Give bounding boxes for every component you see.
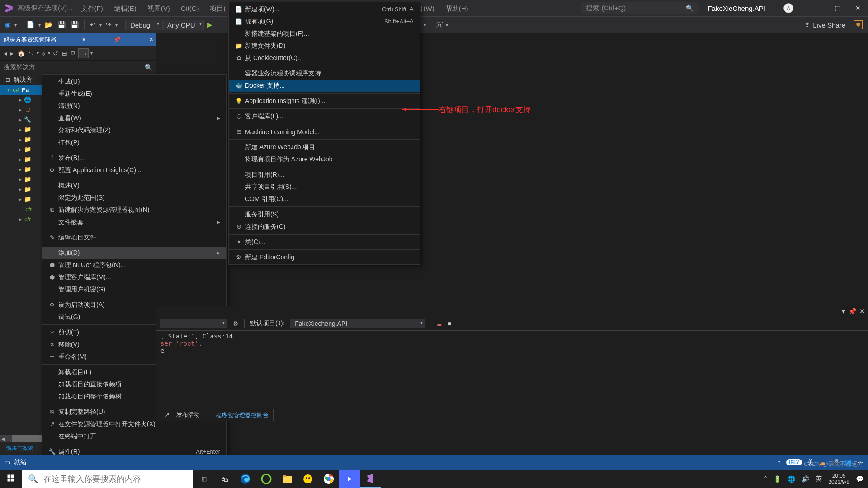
save-options-label[interactable]: 高级保存选项(V)... bbox=[17, 4, 73, 13]
solex-sync-icon[interactable]: ⟐ bbox=[41, 50, 46, 57]
menu-item[interactable]: 项目引用(R)... bbox=[229, 169, 420, 181]
package-source-dropdown[interactable] bbox=[160, 319, 227, 328]
taskbar-app-media[interactable] bbox=[339, 470, 360, 488]
solex-copy-icon[interactable]: ⧉ bbox=[70, 49, 76, 57]
panel-dropdown-icon[interactable]: ▾ bbox=[80, 36, 88, 43]
tab-pmc[interactable]: 程序包管理器控制台 bbox=[211, 409, 274, 421]
menu-item[interactable]: 打包(P) bbox=[42, 136, 226, 149]
menu-item[interactable]: 添加(D)▶ bbox=[42, 247, 226, 259]
tab-solex[interactable]: 解决方案资 bbox=[3, 443, 37, 454]
menu-item[interactable]: ⬢管理 NuGet 程序包(N)... bbox=[42, 259, 226, 271]
solex-search[interactable]: 搜索解决方🔍 bbox=[0, 61, 156, 74]
solex-home-icon[interactable]: 🏠 bbox=[16, 50, 26, 57]
tray-wifi-icon[interactable]: 🌐 bbox=[788, 475, 795, 483]
panel-dropdown-icon[interactable]: ▾ bbox=[842, 307, 845, 315]
flask-icon[interactable]: ℋ bbox=[434, 19, 444, 30]
menu-edit[interactable]: 编辑(E) bbox=[109, 0, 141, 17]
windows-search[interactable]: 🔍在这里输入你要搜索的内容 bbox=[22, 470, 193, 488]
menu-item[interactable]: ✿从 Cookiecutter(C)... bbox=[229, 52, 420, 64]
solex-refresh-icon[interactable]: ↺ bbox=[52, 50, 59, 57]
menu-item[interactable]: 生成(U) bbox=[42, 75, 226, 88]
menu-item[interactable]: 分析和代码清理(Z) bbox=[42, 124, 226, 136]
menu-git[interactable]: Git(G) bbox=[176, 0, 204, 17]
menu-item[interactable]: ✦类(C)... bbox=[229, 236, 420, 248]
tray-chevron-icon[interactable]: ˄ bbox=[764, 475, 767, 483]
panel-close-icon[interactable]: ✕ bbox=[146, 36, 156, 43]
menu-item[interactable]: 服务引用(S)... bbox=[229, 208, 420, 221]
status-up-icon[interactable]: ↑ bbox=[778, 459, 781, 466]
tray-ime[interactable]: 英 bbox=[816, 475, 822, 483]
close-button[interactable]: ✕ bbox=[848, 4, 868, 12]
menu-file[interactable]: 文件(F) bbox=[76, 0, 108, 17]
menu-item[interactable]: ⬡客户端库(L)... bbox=[229, 110, 420, 122]
menu-item[interactable]: 管理用户机密(G) bbox=[42, 283, 226, 296]
undo-button[interactable]: ↶ bbox=[88, 19, 98, 30]
taskbar-app-store[interactable]: 🛍 bbox=[214, 470, 235, 488]
minimize-button[interactable]: — bbox=[807, 5, 827, 12]
menu-help[interactable]: 帮助(H) bbox=[441, 0, 473, 17]
ifly-icon[interactable]: iFLY bbox=[786, 459, 802, 465]
menu-item[interactable]: 新建 Azure WebJob 项目 bbox=[229, 141, 420, 153]
menu-item[interactable]: 📄新建项(W)...Ctrl+Shift+A bbox=[229, 3, 420, 15]
run-button[interactable]: ▶ bbox=[205, 19, 215, 30]
stop-icon[interactable]: ■ bbox=[448, 320, 451, 327]
tab-publish[interactable]: ↗ 发布活动 bbox=[160, 408, 210, 421]
global-search[interactable]: 搜索 (Ctrl+Q)🔍 bbox=[581, 2, 698, 14]
menu-item[interactable]: 🐳Docker 支持... bbox=[229, 80, 420, 92]
save-all-button[interactable]: 💾 bbox=[69, 19, 81, 30]
menu-item[interactable]: 📄现有项(G)...Shift+Alt+A bbox=[229, 15, 420, 28]
menu-item[interactable]: 新搭建基架的项目(F)... bbox=[229, 28, 420, 40]
tray-battery-icon[interactable]: 🔋 bbox=[774, 475, 781, 483]
menu-item[interactable]: ⊞Machine Learning Model... bbox=[229, 126, 420, 138]
menu-item[interactable]: ⚙新建 EditorConfig bbox=[229, 251, 420, 263]
menu-item[interactable]: 容器业务流程协调程序支持... bbox=[229, 67, 420, 80]
solex-back-icon[interactable]: ◂ bbox=[3, 50, 8, 57]
menu-item[interactable]: ⬢管理客户端库(M)... bbox=[42, 271, 226, 283]
solex-switch-icon[interactable]: ⇋ bbox=[28, 50, 35, 57]
menu-item[interactable]: 📁新建文件夹(D) bbox=[229, 40, 420, 52]
tray-clock[interactable]: 20:052021/9/8 bbox=[828, 473, 849, 485]
config-dropdown[interactable]: Debug bbox=[125, 20, 161, 30]
task-view-icon[interactable]: ⊞ bbox=[193, 470, 214, 488]
menu-item[interactable]: ⤴发布(B)... bbox=[42, 152, 226, 164]
menu-project[interactable]: 项目( bbox=[205, 0, 230, 17]
open-button[interactable]: 📂 bbox=[42, 19, 55, 30]
menu-item[interactable]: ⊕连接的服务(C) bbox=[229, 221, 420, 233]
taskbar-app-edge[interactable] bbox=[235, 470, 256, 488]
taskbar-app-yellow[interactable] bbox=[297, 470, 318, 488]
platform-dropdown[interactable]: Any CPU bbox=[162, 20, 204, 30]
user-avatar[interactable]: A bbox=[783, 3, 793, 13]
redo-button[interactable]: ↷ bbox=[104, 19, 113, 30]
clear-icon[interactable]: ≣ bbox=[437, 320, 442, 327]
menu-item[interactable]: COM 引用(C)... bbox=[229, 193, 420, 205]
menu-item[interactable]: 概述(V) bbox=[42, 179, 226, 192]
menu-item[interactable]: 重新生成(E) bbox=[42, 88, 226, 100]
taskbar-app-chrome[interactable] bbox=[318, 470, 339, 488]
new-file-button[interactable]: 📄 bbox=[24, 19, 37, 30]
tray-notifications-icon[interactable]: 💬 bbox=[856, 475, 863, 483]
taskbar-app-explorer[interactable] bbox=[277, 470, 297, 488]
menu-view[interactable]: 视图(V) bbox=[143, 0, 175, 17]
maximize-button[interactable]: ▢ bbox=[827, 4, 848, 12]
status-output-icon[interactable]: ▭ bbox=[5, 459, 10, 466]
save-button[interactable]: 💾 bbox=[56, 19, 68, 30]
back-button[interactable]: ◉ bbox=[3, 19, 13, 30]
menu-item[interactable]: 将现有项目作为 Azure WebJob bbox=[229, 153, 420, 165]
menu-item[interactable]: 💡Application Insights 遥测(I)... bbox=[229, 95, 420, 107]
start-button[interactable] bbox=[0, 474, 22, 484]
panel-pin-icon[interactable]: 📌 bbox=[111, 36, 123, 43]
panel-pin-icon[interactable]: 📌 bbox=[848, 307, 857, 315]
tray-volume-icon[interactable]: 🔊 bbox=[802, 475, 809, 483]
menu-item[interactable]: 清理(N) bbox=[42, 100, 226, 112]
menu-item[interactable]: 查看(W)▶ bbox=[42, 112, 226, 124]
solex-fwd-icon[interactable]: ▸ bbox=[9, 50, 14, 57]
solex-collapse-icon[interactable]: ⊟ bbox=[61, 50, 68, 57]
taskbar-app-green[interactable] bbox=[256, 470, 277, 488]
menu-item[interactable]: ⚙配置 Application Insights(C)... bbox=[42, 164, 226, 176]
gear-icon[interactable]: ⚙ bbox=[233, 320, 239, 327]
menu-item[interactable]: 限定为此范围(S) bbox=[42, 192, 226, 204]
live-share[interactable]: ⇪Live Share⛊ bbox=[804, 20, 865, 29]
panel-close-icon[interactable]: ✕ bbox=[859, 307, 865, 315]
default-project-dropdown[interactable]: FakeXiecheng.API bbox=[290, 319, 425, 328]
solex-show-icon[interactable]: ⬚ bbox=[78, 48, 89, 58]
